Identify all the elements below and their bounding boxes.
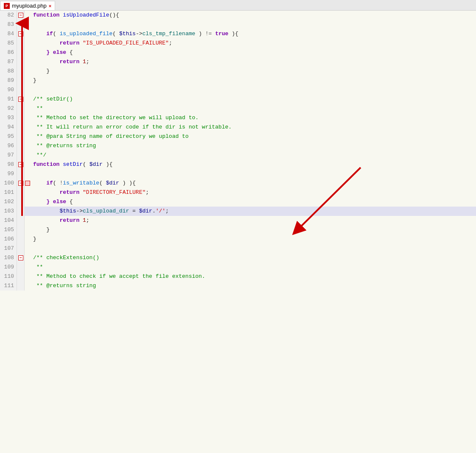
code-line: 100− if( !is_writable( $dir ) ){ [0,179,476,188]
breakpoint-area [25,216,31,225]
breakpoint-area [25,141,31,151]
code-content: return "IS_UPLOADED_FILE_FAILURE"; [31,39,476,48]
line-number: 108 [0,253,17,263]
line-number: 102 [0,197,17,207]
fold-gutter: − [17,160,25,169]
token-plain: ) ){ [119,180,136,186]
tab-close-button[interactable]: × [49,3,51,8]
token-op: != [205,31,212,37]
breakpoint-area [25,85,31,95]
code-content: $this->cls_upload_dir = $dir.'/'; [31,207,476,216]
line-number: 103 [0,207,17,216]
fold-gutter [17,281,25,291]
token-plain: ){ [228,31,238,37]
fold-button[interactable]: − [18,255,23,260]
token-plain: (){ [109,12,119,18]
line-number: 82 [0,11,17,20]
fold-gutter [17,141,25,151]
fold-gutter [17,39,25,48]
fold-gutter [17,207,25,216]
line-number: 92 [0,104,17,113]
code-line: 93 ** Method to set the directory we wil… [0,113,476,123]
file-tab[interactable]: P myupload.php × [0,1,55,10]
fold-gutter: − [17,29,25,39]
fold-button[interactable]: − [18,97,23,102]
fold-gutter: − [17,253,25,263]
token-plain: ; [86,59,90,65]
token-plain [33,40,59,46]
fold-gutter [17,104,25,113]
code-content: **/ [31,151,476,160]
line-number: 84 [0,29,17,39]
fold-gutter [17,67,25,76]
token-plain: -> [76,208,83,214]
line-number: 83 [0,20,17,29]
breakpoint-area [25,20,31,29]
token-plain: { [66,49,73,56]
code-line: 89} [0,76,476,85]
token-num: 1 [83,59,86,65]
breakpoint-area [25,151,31,160]
line-number: 106 [0,235,17,244]
line-number: 95 [0,132,17,141]
token-kw: return [59,217,79,224]
breakpoint-area [25,263,31,272]
token-fn: setDir [63,161,83,168]
line-number: 100 [0,179,17,188]
code-line: 101 return "DIRECTORY_FAILURE"; [0,188,476,197]
fold-gutter [17,48,25,57]
token-cm: **/ [33,152,46,158]
token-plain: ( [53,180,60,186]
line-number: 86 [0,48,17,57]
code-line: 88 } [0,67,476,76]
line-number: 104 [0,216,17,225]
code-content: function isUploadedFile(){ [31,11,476,20]
code-content: } [31,76,476,85]
code-content: if( !is_writable( $dir ) ){ [31,179,476,188]
token-cm: ** @returns string [33,282,96,289]
token-plain [212,31,215,37]
token-plain [33,180,46,186]
token-plain: ; [146,189,149,196]
token-prop: cls_upload_dir [83,208,129,214]
code-content: /** checkExtension() [31,253,476,263]
token-plain [33,199,46,205]
app-container: P myupload.php × 82−function isUploadedF… [0,0,476,453]
fold-gutter [17,57,25,67]
token-cm: ** Method to check if we accept the file… [33,273,205,280]
code-line: 106} [0,235,476,244]
code-content [31,244,476,253]
token-kw: true [215,31,228,37]
token-var: $this [119,31,136,37]
line-number: 85 [0,39,17,48]
token-kw: } else [46,199,66,205]
code-line: 83 [0,20,476,29]
fold-gutter [17,225,25,235]
code-content: } else { [31,197,476,207]
fold-button[interactable]: − [18,162,23,167]
fold-button[interactable]: − [18,13,23,18]
token-var: $this [59,208,76,214]
code-line: 110 ** Method to check if we accept the … [0,272,476,281]
fold-button[interactable]: − [18,31,23,36]
code-line: 108−/** checkExtension() [0,253,476,263]
code-line: 95 ** @para String name of directory we … [0,132,476,141]
line-number: 94 [0,123,17,132]
fold-gutter: − [17,179,25,188]
breakpoint-area [25,67,31,76]
token-plain [33,208,59,214]
line-number: 93 [0,113,17,123]
breakpoint-area [25,244,31,253]
line-number: 105 [0,225,17,235]
fold-button[interactable]: − [18,181,23,186]
token-plain: = [129,208,139,214]
token-cm: ** [33,264,43,270]
token-plain: ){ [103,161,112,168]
code-content [31,85,476,95]
token-cm: ** It will return an error code if the d… [33,124,232,130]
code-area: 82−function isUploadedFile(){83 84− if( … [0,11,476,453]
code-line: 90 [0,85,476,95]
breakpoint-area [25,76,31,85]
code-editor: 82−function isUploadedFile(){83 84− if( … [0,11,476,453]
token-str: "DIRECTORY_FAILURE" [83,189,146,196]
